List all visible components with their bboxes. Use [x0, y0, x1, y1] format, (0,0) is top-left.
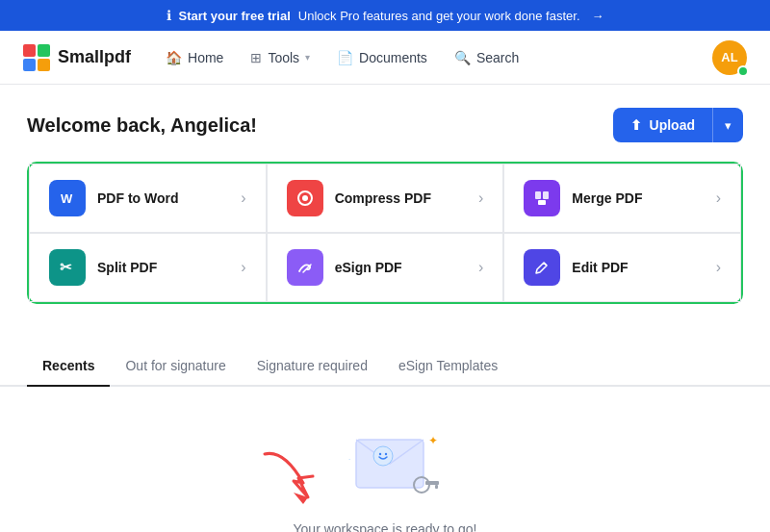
svg-text:W: W [61, 191, 73, 206]
nav-tools-label: Tools [268, 50, 299, 65]
main-content: Welcome back, Angelica! ⬆ Upload ▾ W PDF… [0, 85, 770, 346]
navbar: Smallpdf 🏠 Home ⊞ Tools ▾ 📄 Documents 🔍 … [0, 31, 770, 85]
tool-card-left-merge-pdf: Merge PDF [524, 180, 642, 216]
upload-label: Upload [650, 117, 695, 133]
tool-arrow-split-pdf: › [241, 259, 245, 276]
tool-icon-pdf-to-word: W [49, 180, 86, 216]
svg-rect-13 [435, 485, 438, 489]
info-icon: ℹ [167, 8, 171, 23]
grid-icon: ⊞ [250, 50, 262, 65]
nav-tools[interactable]: ⊞ Tools ▾ [239, 42, 321, 73]
banner-text-bold: Start your free trial [179, 9, 291, 23]
svg-point-2 [302, 195, 308, 201]
upload-button[interactable]: ⬆ Upload [613, 108, 712, 142]
nav-documents[interactable]: 📄 Documents [325, 42, 439, 73]
tool-icon-compress-pdf [287, 180, 323, 216]
upload-icon: ⬆ [630, 117, 642, 133]
banner-arrow-icon[interactable]: → [592, 9, 604, 23]
tool-name-edit-pdf: Edit PDF [572, 260, 628, 275]
tool-icon-merge-pdf [524, 180, 560, 216]
tool-card-left-edit-pdf: Edit PDF [524, 249, 628, 286]
avatar[interactable]: AL [712, 40, 747, 75]
logo-icon [23, 44, 50, 71]
tool-card-compress-pdf[interactable]: Compress PDF › [267, 164, 504, 233]
empty-state: ✦ · · Your workspace is ready to go! [0, 387, 770, 532]
tool-card-edit-pdf[interactable]: Edit PDF › [503, 233, 741, 302]
tool-name-compress-pdf: Compress PDF [335, 190, 431, 206]
tool-arrow-pdf-to-word: › [241, 190, 245, 207]
upload-button-group: ⬆ Upload ▾ [613, 108, 743, 142]
svg-rect-3 [535, 191, 541, 199]
tool-name-pdf-to-word: PDF to Word [97, 190, 179, 206]
promo-banner: ℹ Start your free trial Unlock Pro featu… [0, 0, 770, 31]
documents-icon: 📄 [337, 50, 353, 65]
upload-dropdown-button[interactable]: ▾ [712, 108, 743, 142]
tool-arrow-compress-pdf: › [478, 190, 483, 207]
tab-signature-required[interactable]: Signature required [242, 346, 383, 387]
nav-search[interactable]: 🔍 Search [443, 42, 530, 73]
tool-card-left-split-pdf: ✂ Split PDF [49, 249, 157, 286]
logo[interactable]: Smallpdf [23, 44, 131, 71]
tool-card-merge-pdf[interactable]: Merge PDF › [503, 164, 741, 233]
nav-items: 🏠 Home ⊞ Tools ▾ 📄 Documents 🔍 Search [154, 42, 689, 73]
nav-documents-label: Documents [359, 50, 427, 65]
tabs-row: RecentsOut for signatureSignature requir… [0, 346, 770, 387]
home-icon: 🏠 [166, 50, 182, 65]
svg-text:✦: ✦ [428, 434, 438, 447]
nav-home[interactable]: 🏠 Home [154, 42, 235, 73]
tool-arrow-esign-pdf: › [478, 259, 483, 276]
tool-card-split-pdf[interactable]: ✂ Split PDF › [29, 233, 267, 302]
tab-out-for-signature[interactable]: Out for signature [110, 346, 241, 387]
tool-card-left-esign-pdf: eSign PDF [287, 249, 402, 286]
tab-recents[interactable]: Recents [27, 346, 110, 387]
tool-icon-split-pdf: ✂ [49, 249, 86, 286]
tab-esign-templates[interactable]: eSign Templates [383, 346, 513, 387]
svg-point-14 [373, 446, 393, 466]
tool-icon-esign-pdf [287, 249, 323, 286]
tools-chevron-icon: ▾ [305, 52, 310, 63]
tool-name-merge-pdf: Merge PDF [572, 190, 642, 206]
tool-card-pdf-to-word[interactable]: W PDF to Word › [29, 164, 267, 233]
tool-icon-edit-pdf [524, 249, 560, 286]
tool-name-split-pdf: Split PDF [97, 260, 157, 275]
nav-home-label: Home [188, 50, 223, 65]
tool-name-esign-pdf: eSign PDF [335, 260, 402, 275]
red-arrow-illustration [255, 444, 351, 512]
tool-card-esign-pdf[interactable]: eSign PDF › [267, 233, 504, 302]
nav-search-label: Search [476, 50, 519, 65]
tool-arrow-merge-pdf: › [716, 190, 721, 207]
content-area: ✦ · · Your workspace is ready to go! [0, 387, 770, 532]
tool-card-left-pdf-to-word: W PDF to Word [49, 180, 179, 216]
svg-rect-4 [543, 191, 549, 199]
svg-point-16 [385, 453, 387, 455]
logo-text: Smallpdf [58, 47, 131, 67]
svg-rect-12 [425, 481, 439, 485]
svg-rect-5 [538, 200, 546, 205]
banner-text-normal: Unlock Pro features and get your work do… [298, 9, 580, 23]
svg-point-15 [379, 453, 381, 455]
upload-dropdown-chevron-icon: ▾ [725, 118, 732, 133]
avatar-badge [737, 65, 749, 77]
svg-text:·: · [422, 471, 424, 480]
welcome-row: Welcome back, Angelica! ⬆ Upload ▾ [27, 108, 743, 142]
empty-title: Your workspace is ready to go! [294, 521, 477, 532]
search-icon: 🔍 [454, 50, 471, 65]
svg-text:✂: ✂ [60, 259, 72, 275]
tool-card-left-compress-pdf: Compress PDF [287, 180, 431, 216]
avatar-initials: AL [721, 50, 737, 64]
welcome-heading: Welcome back, Angelica! [27, 114, 257, 137]
tools-grid: W PDF to Word › Compress PDF › Merge PDF… [27, 162, 743, 304]
tool-arrow-edit-pdf: › [716, 259, 721, 276]
